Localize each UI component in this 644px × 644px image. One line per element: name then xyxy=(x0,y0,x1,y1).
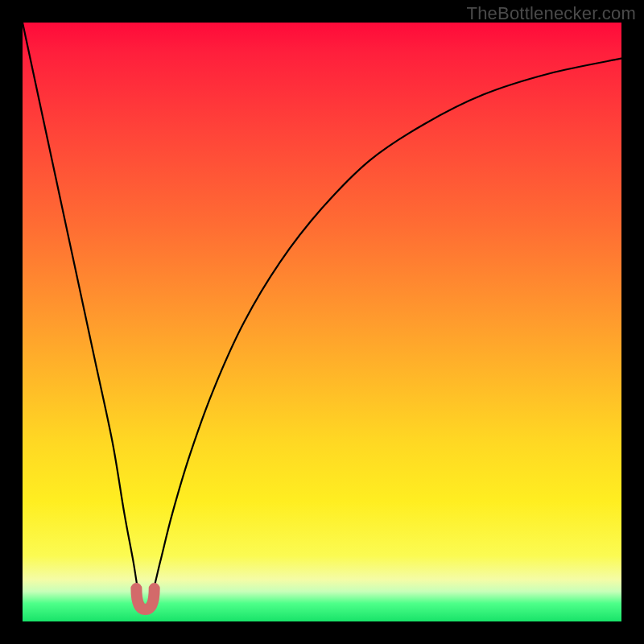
chart-svg xyxy=(23,23,621,621)
plot-area xyxy=(23,23,621,621)
chart-frame: TheBottlenecker.com xyxy=(0,0,644,644)
optimum-marker xyxy=(136,588,154,609)
watermark-text: TheBottlenecker.com xyxy=(467,3,636,24)
bottleneck-curve xyxy=(23,23,621,609)
